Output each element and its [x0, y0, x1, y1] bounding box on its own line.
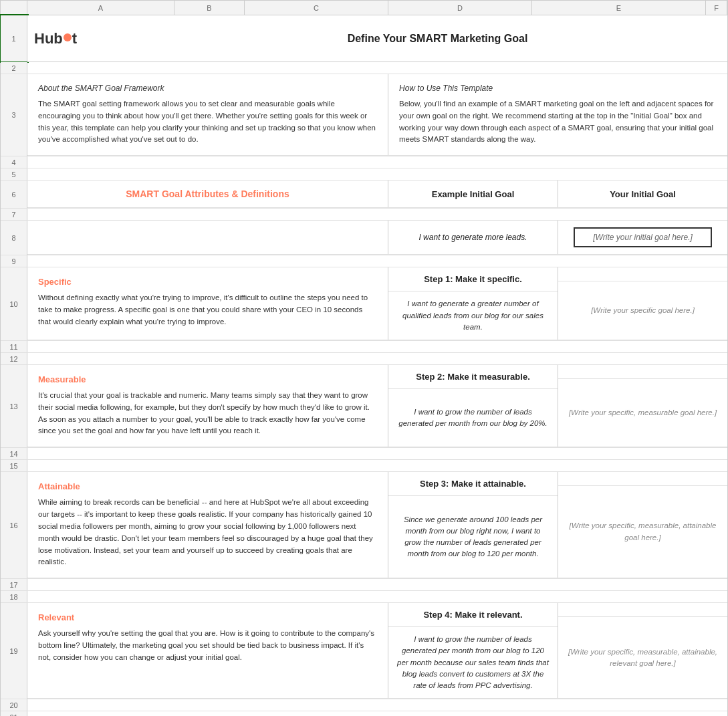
row-num-13: 13 [1, 365, 27, 447]
col-header-row: A B C D E F [1, 1, 727, 15]
initial-goal-right: I want to generate more leads. [Write yo… [388, 221, 727, 254]
row-2-content [27, 62, 727, 74]
row-21: 21 [1, 711, 727, 716]
measurable-right: Step 2: Make it measurable. I want to gr… [388, 365, 727, 447]
row-5-content [27, 168, 727, 180]
attributes-heading-right: Example Initial Goal Your Initial Goal [388, 181, 727, 207]
attributes-title: SMART Goal Attributes & Definitions [126, 189, 289, 199]
relevant-text: Ask yourself why you're setting the goal… [38, 628, 377, 663]
intro-section: About the SMART Goal Framework The SMART… [27, 74, 727, 156]
specific-left: Specific Without defining exactly what y… [27, 267, 388, 340]
row-1-content: Hubt Define Your SMART Marketing Goal [27, 15, 727, 62]
relevant-left: Relevant Ask yourself why you're setting… [27, 603, 388, 698]
measurable-left: Measurable It's crucial that your goal i… [27, 365, 388, 447]
row-num-2: 2 [1, 62, 27, 74]
page-title: Define Your SMART Marketing Goal [154, 33, 721, 45]
row-9: 9 [1, 255, 727, 267]
row-14-content [27, 448, 727, 459]
row-18: 18 [1, 591, 727, 603]
hubspot-logo: Hubt [34, 30, 141, 47]
row-20-content [27, 699, 727, 711]
initial-goal-left [27, 221, 388, 254]
example-col-header: Example Initial Goal [388, 181, 558, 207]
row-10: 10 Specific Without defining exactly wha… [1, 267, 727, 341]
measurable-input-col: [Write your specific, measurable goal he… [558, 365, 727, 447]
row-17: 17 [1, 579, 727, 591]
row-12-content [27, 353, 727, 364]
row-num-9: 9 [1, 255, 27, 267]
attributes-heading-row: SMART Goal Attributes & Definitions Exam… [27, 181, 727, 208]
relevant-input-col: [Write your specific, measurable, attain… [558, 603, 727, 698]
spreadsheet-container: A B C D E F 1 Hubt Define Your SMART Mar… [0, 0, 728, 716]
intro-right: How to Use This Template Below, you'll f… [388, 74, 727, 155]
row-13: 13 Measurable It's crucial that your goa… [1, 365, 727, 448]
corner-cell [1, 1, 27, 15]
relevant-heading: Relevant [38, 612, 377, 622]
row-19-content: Relevant Ask yourself why you're setting… [27, 603, 727, 699]
intro-left: About the SMART Goal Framework The SMART… [27, 74, 388, 155]
row-1: 1 Hubt Define Your SMART Marketing Goal [1, 15, 727, 62]
intro-left-heading: About the SMART Goal Framework [38, 84, 377, 93]
measurable-input[interactable]: [Write your specific, measurable goal he… [558, 379, 727, 447]
measurable-example-text: I want to grow the number of leads gener… [388, 389, 558, 447]
row-15: 15 [1, 460, 727, 472]
row-num-19: 19 [1, 603, 27, 699]
col-header-b: B [174, 1, 245, 15]
row-14: 14 [1, 448, 727, 460]
row-num-20: 20 [1, 699, 27, 711]
specific-input[interactable]: [Write your specific goal here.] [558, 281, 727, 340]
row-num-3: 3 [1, 74, 27, 156]
title-area: Hubt Define Your SMART Marketing Goal [27, 15, 727, 62]
your-col-header: Your Initial Goal [558, 181, 727, 207]
row-num-7: 7 [1, 209, 27, 220]
specific-example-col: Step 1: Make it specific. I want to gene… [388, 267, 558, 340]
relevant-right: Step 4: Make it relevant. I want to grow… [388, 603, 727, 698]
measurable-example-col: Step 2: Make it measurable. I want to gr… [388, 365, 558, 447]
row-num-18: 18 [1, 591, 27, 602]
specific-row: Specific Without defining exactly what y… [27, 267, 727, 340]
initial-goal-input[interactable]: [Write your initial goal here.] [574, 227, 711, 247]
attainable-right: Step 3: Make it attainable. Since we gen… [388, 472, 727, 578]
intro-left-text: The SMART goal setting framework allows … [38, 98, 377, 146]
row-11-content [27, 341, 727, 352]
attainable-heading: Attainable [38, 481, 377, 491]
row-5: 5 [1, 168, 727, 181]
relevant-row: Relevant Ask yourself why you're setting… [27, 603, 727, 699]
row-4: 4 [1, 156, 727, 168]
row-num-6: 6 [1, 181, 27, 208]
row-4-content [27, 156, 727, 168]
row-10-content: Specific Without defining exactly what y… [27, 267, 727, 340]
relevant-input[interactable]: [Write your specific, measurable, attain… [558, 617, 727, 698]
col-header-a: A [27, 1, 174, 15]
attributes-heading-left: SMART Goal Attributes & Definitions [27, 181, 388, 207]
specific-heading: Specific [38, 277, 377, 287]
row-20: 20 [1, 699, 727, 711]
specific-input-col: [Write your specific goal here.] [558, 267, 727, 340]
row-21-content [27, 711, 727, 716]
measurable-step-label-2 [558, 365, 727, 379]
row-num-16: 16 [1, 472, 27, 578]
measurable-row: Measurable It's crucial that your goal i… [27, 365, 727, 447]
specific-example-text: I want to generate a greater number of q… [388, 291, 558, 340]
attainable-input[interactable]: [Write your specific, measurable, attain… [558, 486, 727, 578]
row-2: 2 [1, 62, 727, 74]
row-13-content: Measurable It's crucial that your goal i… [27, 365, 727, 447]
row-15-content [27, 460, 727, 471]
row-6: 6 SMART Goal Attributes & Definitions Ex… [1, 181, 727, 209]
row-18-content [27, 591, 727, 602]
row-num-17: 17 [1, 579, 27, 590]
row-12: 12 [1, 353, 727, 365]
row-num-12: 12 [1, 353, 27, 364]
row-8-content: I want to generate more leads. [Write yo… [27, 221, 727, 255]
row-8: 8 I want to generate more leads. [Write … [1, 221, 727, 255]
row-num-11: 11 [1, 341, 27, 352]
row-num-5: 5 [1, 168, 27, 180]
attainable-step-label: Step 3: Make it attainable. [388, 472, 558, 496]
attainable-input-col: [Write your specific, measurable, attain… [558, 472, 727, 578]
initial-goal-example: I want to generate more leads. [388, 221, 558, 254]
attainable-text: While aiming to break records can be ben… [38, 497, 377, 568]
relevant-step-label-2 [558, 603, 727, 617]
row-num-21: 21 [1, 711, 27, 716]
relevant-example-text: I want to grow the number of leads gener… [388, 627, 558, 698]
specific-step-label-2 [558, 267, 727, 281]
